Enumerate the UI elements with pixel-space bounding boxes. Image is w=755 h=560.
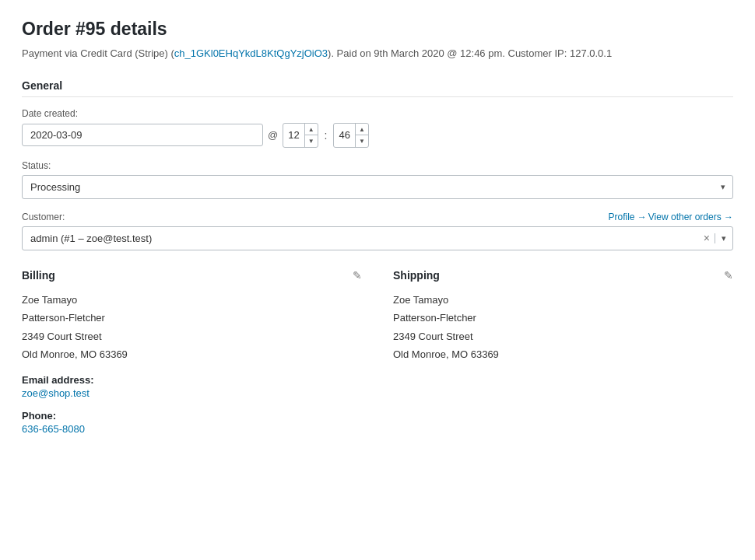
hour-up-arrow[interactable]: ▲ [305,124,318,136]
date-row: @ 12 ▲ ▼ : 46 ▲ ▼ [22,123,733,148]
billing-name: Zoe Tamayo [22,291,362,309]
minute-value: 46 [334,129,354,141]
status-select[interactable]: Pending payment Processing On hold Compl… [22,175,733,199]
minute-arrows[interactable]: ▲ ▼ [355,124,368,147]
customer-links: Profile → View other orders → [608,212,733,222]
time-colon: : [325,129,328,142]
general-section: General Date created: @ 12 ▲ ▼ : 46 ▲ ▼ [22,79,733,250]
customer-value: admin (#1 – zoe@test.test) [23,227,699,250]
date-input[interactable] [22,124,263,146]
date-label: Date created: [22,108,733,119]
customer-select-wrapper[interactable]: admin (#1 – zoe@test.test) × ▾ [22,226,733,250]
customer-header: Customer: Profile → View other orders → [22,212,733,222]
customer-field: Customer: Profile → View other orders → … [22,212,733,250]
shipping-edit-icon[interactable]: ✎ [724,269,733,282]
billing-header: Billing ✎ [22,269,362,282]
hour-spinner[interactable]: 12 ▲ ▼ [283,123,318,148]
billing-email-label: Email address: [22,374,362,386]
hour-value: 12 [283,129,304,141]
billing-edit-icon[interactable]: ✎ [353,269,362,282]
billing-company: Patterson-Fletcher [22,309,362,327]
profile-link[interactable]: Profile → [608,212,646,222]
customer-dropdown-arrow[interactable]: ▾ [715,233,732,243]
minute-down-arrow[interactable]: ▼ [356,135,368,147]
shipping-section: Shipping ✎ Zoe Tamayo Patterson-Fletcher… [393,269,733,436]
status-field: Status: Pending payment Processing On ho… [22,160,733,199]
shipping-name: Zoe Tamayo [393,291,733,309]
billing-title: Billing [22,269,55,282]
shipping-company: Patterson-Fletcher [393,309,733,327]
billing-phone-label: Phone: [22,410,362,422]
shipping-city: Old Monroe, MO 63369 [393,345,733,363]
date-created-field: Date created: @ 12 ▲ ▼ : 46 ▲ ▼ [22,108,733,148]
page-title: Order #95 details [22,19,733,40]
payment-info: Payment via Credit Card (Stripe) (ch_1GK… [22,46,733,62]
minute-spinner[interactable]: 46 ▲ ▼ [333,123,368,148]
shipping-title: Shipping [393,269,440,282]
shipping-street: 2349 Court Street [393,327,733,345]
status-label: Status: [22,160,733,171]
payment-link[interactable]: ch_1GKl0EHqYkdL8KtQgYzjOiO3 [174,47,328,59]
at-symbol: @ [268,129,278,141]
billing-section: Billing ✎ Zoe Tamayo Patterson-Fletcher … [22,269,362,436]
customer-label: Customer: [22,212,65,222]
billing-email[interactable]: zoe@shop.test [22,387,90,399]
hour-arrows[interactable]: ▲ ▼ [304,124,318,147]
view-orders-link[interactable]: View other orders → [648,212,733,222]
billing-phone[interactable]: 636-665-8080 [22,423,85,435]
customer-clear-button[interactable]: × [699,232,715,244]
hour-down-arrow[interactable]: ▼ [305,135,318,147]
billing-street: 2349 Court Street [22,327,362,345]
general-section-title: General [22,79,733,97]
billing-city: Old Monroe, MO 63369 [22,345,362,363]
shipping-header: Shipping ✎ [393,269,733,282]
billing-shipping-row: Billing ✎ Zoe Tamayo Patterson-Fletcher … [22,269,733,436]
minute-up-arrow[interactable]: ▲ [356,124,368,136]
status-select-wrapper: Pending payment Processing On hold Compl… [22,175,733,199]
